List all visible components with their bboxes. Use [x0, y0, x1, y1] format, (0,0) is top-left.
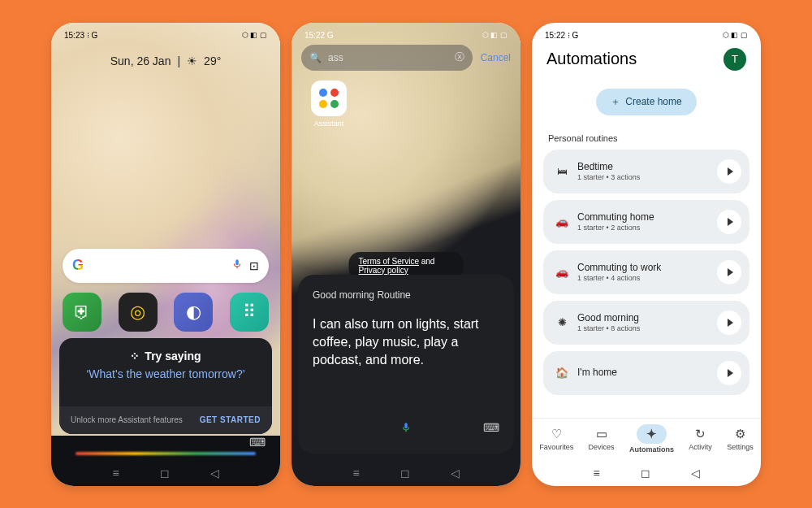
search-result-assistant[interactable]: Assistant — [308, 80, 350, 128]
keyboard-icon[interactable]: ⌨ — [249, 436, 266, 449]
keyboard-icon[interactable]: ⌨ — [483, 421, 499, 434]
privacy-link[interactable]: Privacy policy — [359, 266, 408, 275]
search-query-text: ass — [328, 52, 448, 63]
assistant-suggestion-panel: ⁘ Try saying ‘What's the weather tomorro… — [59, 338, 272, 434]
search-input[interactable]: 🔍 ass ⓧ — [301, 45, 473, 71]
status-indicators: ⬡ ◧ ▢ — [242, 31, 267, 39]
routine-icon: 🏠 — [555, 367, 569, 379]
temperature: 29° — [204, 54, 221, 67]
status-extra: ⁝ G — [568, 31, 579, 40]
status-extra: G — [327, 31, 334, 40]
routine-name: I'm home — [577, 367, 709, 378]
routine-item[interactable]: ✺Good morning1 starter • 8 actions — [543, 301, 749, 345]
unlock-features-text: Unlock more Assistant features — [71, 415, 183, 424]
routine-subtitle: 1 starter • 3 actions — [577, 173, 709, 181]
search-icon: 🔍 — [309, 52, 322, 63]
routine-item[interactable]: 🚗Commuting to work1 starter • 4 actions — [543, 250, 749, 294]
routine-icon: 🚗 — [555, 266, 569, 278]
routine-panel-body: I can also turn on lights, start coffee,… — [313, 315, 499, 370]
routine-item[interactable]: 🚗Commuting home1 starter • 2 actions — [543, 200, 749, 244]
run-routine-button[interactable] — [717, 210, 741, 234]
status-time: 15:23 — [64, 31, 84, 40]
create-home-button[interactable]: ＋ Create home — [596, 89, 696, 115]
assistant-app-label: Assistant — [308, 119, 350, 128]
app-music-icon[interactable]: ◎ — [119, 293, 158, 332]
dock-apps: ⛨ ◎ ◐ ⠿ — [63, 293, 269, 332]
section-header: Personal routines — [532, 115, 761, 150]
tab-icon: ♡ — [551, 427, 562, 441]
nav-recent-icon[interactable]: ≡ — [593, 467, 599, 480]
nav-back-icon[interactable]: ◁ — [210, 467, 219, 480]
routine-subtitle: 1 starter • 8 actions — [577, 324, 709, 332]
system-nav-bar: ≡ ◻ ◁ — [532, 460, 761, 486]
system-nav-bar: ≡ ◻ ◁ — [292, 460, 520, 486]
run-routine-button[interactable] — [717, 260, 741, 284]
nav-recent-icon[interactable]: ≡ — [112, 467, 119, 480]
routine-item[interactable]: 🛏Bedtime1 starter • 3 actions — [543, 150, 749, 193]
app-security-icon[interactable]: ⛨ — [63, 293, 102, 332]
tab-activity[interactable]: ↻Activity — [689, 427, 712, 451]
get-started-button[interactable]: GET STARTED — [200, 415, 261, 424]
nav-back-icon[interactable]: ◁ — [691, 467, 700, 480]
tab-icon: ⚙ — [735, 427, 745, 441]
status-time: 15:22 — [304, 31, 325, 40]
lens-icon[interactable]: ⊡ — [249, 259, 259, 272]
run-routine-button[interactable] — [717, 159, 741, 184]
nav-home-icon[interactable]: ◻ — [641, 467, 650, 480]
assistant-app-icon — [311, 80, 347, 116]
tab-automations[interactable]: ✦Automations — [629, 424, 674, 454]
routine-name: Bedtime — [577, 161, 709, 172]
status-extra: ⁝ G — [87, 31, 98, 40]
routine-name: Good morning — [577, 312, 709, 323]
run-routine-button[interactable] — [717, 361, 741, 385]
tab-icon: ↻ — [695, 427, 706, 441]
nav-home-icon[interactable]: ◻ — [400, 467, 410, 480]
routines-list[interactable]: 🛏Bedtime1 starter • 3 actions🚗Commuting … — [532, 150, 761, 395]
google-g-icon: G — [72, 257, 84, 274]
app-browser-icon[interactable]: ◐ — [174, 293, 213, 332]
nav-recent-icon[interactable]: ≡ — [352, 467, 359, 480]
status-time: 15:22 — [545, 31, 565, 40]
status-indicators: ⬡ ◧ ▢ — [482, 31, 508, 39]
routine-icon: 🛏 — [555, 165, 569, 177]
phone-google-home-automations: 15:22 ⁝ G ⬡ ◧ ▢ Automations T ＋ Create h… — [532, 23, 761, 486]
run-routine-button[interactable] — [717, 310, 741, 335]
cancel-button[interactable]: Cancel — [481, 52, 511, 63]
tab-label: Favourites — [539, 443, 573, 451]
mic-icon[interactable] — [231, 257, 243, 275]
routine-subtitle: 1 starter • 4 actions — [577, 274, 709, 282]
status-bar: 15:23 ⁝ G ⬡ ◧ ▢ — [51, 23, 280, 43]
try-saying-label: ⁘ Try saying — [72, 350, 259, 363]
phone-assistant-home: 15:23 ⁝ G ⬡ ◧ ▢ Sun, 26 Jan | ☀ 29° G ⊡ … — [51, 23, 280, 486]
routine-panel: Good morning Routine I can also turn on … — [298, 275, 514, 454]
plus-icon: ＋ — [611, 95, 620, 109]
google-search-bar[interactable]: G ⊡ — [63, 249, 269, 283]
account-avatar[interactable]: T — [723, 48, 746, 71]
tab-label: Settings — [727, 443, 754, 451]
routine-name: Commuting home — [577, 211, 709, 223]
phone-assistant-routine: 15:22 G ⬡ ◧ ▢ 🔍 ass ⓧ Cancel Assistant T… — [292, 23, 520, 486]
tab-label: Devices — [589, 443, 615, 451]
system-nav-bar: ≡ ◻ ◁ — [51, 460, 280, 486]
nav-home-icon[interactable]: ◻ — [160, 467, 170, 480]
routine-item[interactable]: 🏠I'm home — [543, 351, 749, 395]
date-weather-widget[interactable]: Sun, 26 Jan | ☀ 29° — [51, 54, 280, 67]
suggestion-quote[interactable]: ‘What's the weather tomorrow?’ — [72, 367, 259, 380]
assistant-glow-bar — [76, 452, 256, 455]
search-row: 🔍 ass ⓧ Cancel — [301, 45, 511, 71]
routine-panel-title: Good morning Routine — [313, 289, 499, 301]
routine-subtitle: 1 starter • 2 actions — [577, 224, 709, 232]
nav-back-icon[interactable]: ◁ — [451, 467, 460, 480]
routine-name: Commuting to work — [577, 262, 709, 273]
tab-favourites[interactable]: ♡Favourites — [539, 427, 573, 451]
clear-icon[interactable]: ⓧ — [455, 50, 464, 64]
tab-settings[interactable]: ⚙Settings — [727, 427, 754, 451]
status-indicators: ⬡ ◧ ▢ — [723, 31, 748, 40]
mic-icon[interactable] — [400, 419, 412, 436]
tab-label: Activity — [689, 443, 712, 451]
tab-icon: ▭ — [596, 427, 607, 441]
app-drawer-icon[interactable]: ⠿ — [230, 293, 269, 332]
tos-link[interactable]: Terms of Service — [359, 257, 419, 266]
page-title: Automations — [546, 50, 637, 68]
tab-devices[interactable]: ▭Devices — [589, 427, 615, 451]
